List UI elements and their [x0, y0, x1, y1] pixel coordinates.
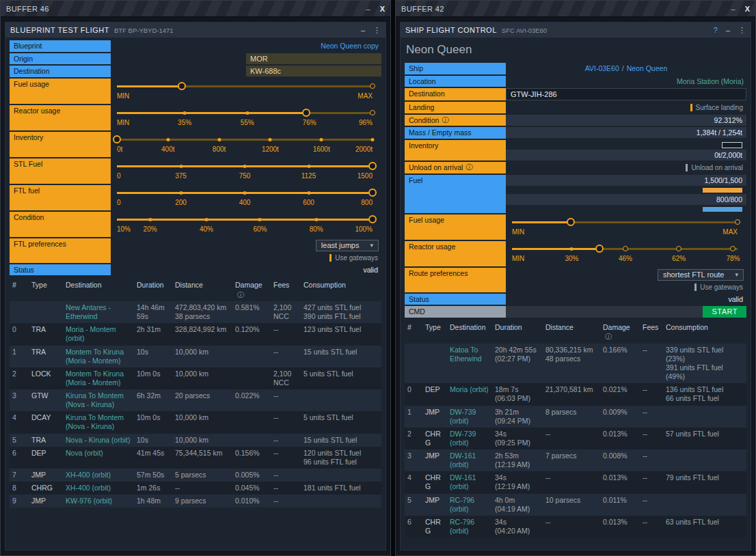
unload-on-arrival-checkbox[interactable]: Unload on arrival: [682, 163, 746, 173]
stl-fuel-label: STL Fuel: [10, 158, 111, 184]
reactor-usage-slider[interactable]: MIN35%55%76%96%: [111, 105, 381, 130]
route-preferences-dropdown[interactable]: shortest FTL route ▾: [658, 269, 744, 281]
fuel-usage-slider[interactable]: MINMAX: [506, 214, 746, 240]
destination-link[interactable]: New Antares - Etherwind: [66, 303, 111, 320]
surface-landing-label: Surface landing: [696, 104, 744, 111]
destination-link[interactable]: Montem To Kiruna (Moria - Montem): [66, 370, 124, 387]
slider-track[interactable]: [117, 85, 373, 87]
column-header: Damageⓘ: [600, 321, 640, 344]
slider-track[interactable]: [512, 221, 738, 223]
slider-handle[interactable]: [368, 162, 377, 170]
table-cell: 34s (12:19 AM): [492, 471, 543, 493]
close-icon[interactable]: X: [380, 5, 385, 13]
destination-link[interactable]: RC-796 (orbit): [450, 518, 474, 535]
ship-name-link[interactable]: Neon Queen: [624, 63, 671, 74]
slider-tick-labels: 10%20%40%60%80%100%: [117, 225, 373, 234]
destination-link[interactable]: DW-161 (orbit): [450, 473, 476, 490]
buffer-42-titlebar[interactable]: BUFFER 42 – X: [396, 1, 755, 17]
slider-tick-label: 0: [117, 172, 121, 180]
destination-link[interactable]: Kiruna To Montem (Nova - Kiruna): [66, 413, 124, 430]
use-gateways-checkbox[interactable]: Use gateways: [691, 282, 746, 292]
destination-link[interactable]: RC-796 (orbit): [450, 496, 474, 513]
menu-icon[interactable]: ⋮: [738, 26, 746, 35]
table-cell: 0.009%: [600, 406, 640, 428]
slider-handle[interactable]: [567, 218, 575, 226]
origin-input[interactable]: MOR: [246, 53, 381, 64]
use-gateways-checkbox[interactable]: Use gateways: [326, 253, 381, 263]
slider-tick-label: 10%: [117, 225, 131, 233]
destination-link[interactable]: DW-161 (orbit): [450, 451, 476, 469]
destination-link[interactable]: Kiruna To Montem (Nova - Kiruna): [66, 391, 124, 408]
destination-input[interactable]: KW-688c: [246, 66, 381, 77]
help-icon[interactable]: ?: [714, 26, 718, 34]
table-row: 4DCAYKiruna To Montem (Nova - Kiruna)10m…: [10, 411, 381, 433]
blueprint-link[interactable]: Neon Queen copy: [318, 40, 381, 51]
checkbox-bar: [686, 164, 688, 171]
table-cell: 120 units STL fuel 96 units FTL fuel: [301, 447, 381, 469]
slider-track[interactable]: [117, 192, 373, 194]
reactor-usage-slider[interactable]: MIN30%46%62%78%: [506, 241, 746, 266]
table-cell: CHRG: [29, 482, 63, 495]
slider-track[interactable]: [117, 139, 373, 141]
slider-handle[interactable]: [302, 109, 310, 117]
condition-slider[interactable]: 10%20%40%60%80%100%: [111, 212, 381, 237]
slider-handle[interactable]: [368, 215, 377, 223]
row-cmd: CMD START: [405, 306, 746, 318]
minimize-icon[interactable]: –: [361, 26, 365, 34]
slider-handle[interactable]: [368, 189, 377, 197]
destination-link[interactable]: Montem To Kiruna (Moria - Montem): [66, 348, 124, 365]
destination-link[interactable]: DW-739 (orbit): [450, 408, 476, 425]
fuel-usage-slider[interactable]: MINMAX: [111, 79, 381, 104]
info-icon: ⓘ: [465, 163, 472, 171]
destination-link[interactable]: DW-739 (orbit): [450, 430, 476, 447]
slider-track[interactable]: [117, 165, 373, 167]
table-cell: 18m 7s (06:03 PM): [492, 383, 543, 405]
ftl-preferences-dropdown[interactable]: least jumps ▾: [316, 240, 379, 251]
slider-track[interactable]: [512, 248, 738, 250]
slider-handle[interactable]: [178, 82, 186, 90]
table-cell: 1: [405, 406, 422, 428]
destination-input[interactable]: GTW-JIH-286: [506, 88, 746, 100]
slider-tick-label: 76%: [303, 119, 316, 126]
table-cell: 3: [405, 449, 422, 471]
ftl-fuel-value: 800/800: [506, 194, 746, 205]
table-cell: DW-161 (orbit): [447, 471, 492, 493]
inventory-slider[interactable]: 0t400t800t1200t1600t2000t: [111, 132, 381, 157]
slider-track[interactable]: [117, 112, 373, 114]
slider-handle[interactable]: [595, 245, 604, 253]
panel-header[interactable]: BLUEPRINT TEST FLIGHT BTF BP-YBYD-1471 –…: [5, 23, 386, 38]
checkbox-bar: [690, 104, 692, 111]
location-link[interactable]: Moria Station (Moria): [674, 76, 746, 87]
column-header: Destination: [63, 279, 134, 301]
table-cell: DW-739 (orbit): [447, 428, 492, 449]
start-button[interactable]: START: [703, 306, 746, 318]
destination-link[interactable]: KW-976 (orbit): [66, 497, 112, 505]
destination-link[interactable]: Nova - Kiruna (orbit): [66, 436, 131, 444]
table-cell: XH-400 (orbit): [63, 482, 134, 495]
destination-link[interactable]: Moria - Montem (orbit): [66, 325, 116, 342]
destination-link[interactable]: Nova (orbit): [66, 449, 103, 457]
ftl-fuel-slider[interactable]: 0200400600800: [111, 185, 381, 210]
slider-track[interactable]: [117, 219, 373, 221]
surface-landing-checkbox[interactable]: Surface landing: [687, 102, 747, 113]
table-cell: 181 units FTL fuel: [301, 482, 381, 495]
minimize-icon[interactable]: –: [731, 5, 735, 13]
menu-icon[interactable]: ⋮: [373, 26, 381, 35]
status-value: valid: [725, 294, 746, 305]
table-cell: 4h 0m (04:19 AM): [492, 494, 543, 516]
destination-link[interactable]: XH-400 (orbit): [66, 471, 111, 479]
slider-handle[interactable]: [113, 135, 121, 143]
close-icon[interactable]: X: [745, 5, 750, 13]
stl-fuel-slider[interactable]: 037575011251500: [111, 158, 381, 184]
destination-link[interactable]: Moria (orbit): [450, 385, 489, 393]
table-cell: 2: [10, 367, 29, 389]
slider-tick-dot: [570, 247, 573, 251]
panel-header[interactable]: SHIP FLIGHT CONTROL SFC AVI-03E60 ? – ⋮: [401, 23, 751, 38]
buffer-46-titlebar[interactable]: BUFFER 46 – X: [1, 1, 390, 17]
row-status: Status valid: [10, 264, 381, 276]
ship-id-link[interactable]: AVI-03E60: [582, 63, 622, 74]
minimize-icon[interactable]: –: [366, 5, 370, 13]
destination-link[interactable]: XH-400 (orbit): [66, 484, 111, 492]
minimize-icon[interactable]: –: [726, 26, 730, 34]
destination-link[interactable]: Katoa To Etherwind: [450, 346, 482, 363]
